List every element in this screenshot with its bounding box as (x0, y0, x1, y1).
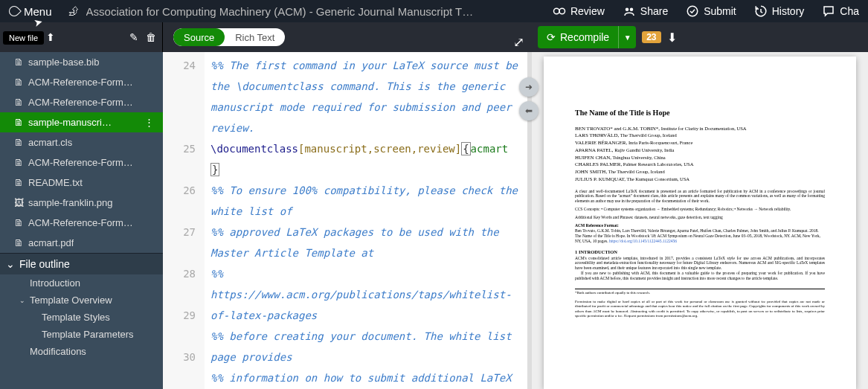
rich-text-tab[interactable]: Rich Text (225, 28, 285, 46)
file-name: ACM-Reference-Form… (28, 157, 133, 168)
share-button[interactable]: Share (614, 0, 677, 22)
file-icon: 🖼 (13, 197, 24, 208)
outline-label: Modifications (30, 346, 86, 357)
line-number: 27 (163, 222, 196, 263)
file-menu-icon[interactable]: ⋮ (141, 117, 157, 128)
code-editor[interactable]: 24252627282930 %% The first command in y… (163, 52, 527, 389)
review-label: Review (570, 5, 605, 17)
upload-icon[interactable]: ⬆ (46, 31, 55, 43)
share-label: Share (640, 5, 668, 17)
recompile-dropdown[interactable]: ▼ (618, 26, 636, 48)
outline-item[interactable]: Template Parameters (0, 326, 163, 343)
chat-icon (822, 4, 835, 18)
pdf-section: 1 INTRODUCTION ACM's consolidated articl… (575, 249, 825, 281)
line-gutter: 24252627282930 (163, 52, 205, 389)
file-icon: 🗎 (13, 97, 24, 108)
outline-header[interactable]: ⌄ File outline (0, 253, 163, 274)
pdf-author: HUIFEN CHAN, Tsinghua University, China (575, 155, 825, 161)
outline-label: Template Parameters (42, 329, 134, 340)
code-line[interactable]: %% approved LaTeX packages to be used wi… (210, 222, 521, 263)
outline-item[interactable]: Modifications (0, 343, 163, 360)
sync-right-icon[interactable]: ➜ (519, 77, 539, 97)
svg-point-1 (559, 8, 565, 14)
code-line[interactable]: %% The first command in your LaTeX sourc… (210, 55, 521, 138)
source-tab[interactable]: Source (173, 28, 225, 46)
file-name: sample-base.bib (28, 57, 99, 68)
file-name: sample-franklin.png (28, 197, 112, 208)
delete-icon[interactable]: 🗑 (146, 31, 156, 43)
file-item[interactable]: 🗎sample-base.bib (0, 52, 163, 72)
outline-label: Introduction (30, 277, 80, 289)
file-name: ACM-Reference-Form… (28, 77, 133, 88)
chevron-icon: ⌄ (19, 297, 27, 304)
line-number: 25 (163, 138, 196, 180)
submit-label: Submit (704, 5, 736, 17)
file-outline: Introduction⌄Template OverviewTemplate S… (0, 274, 163, 360)
error-badge[interactable]: 23 (642, 31, 660, 43)
pdf-author: BEN TROVATO* and G.K.M. TOBIN*, Institut… (575, 126, 825, 132)
chat-button[interactable]: Cha (813, 0, 868, 22)
history-button[interactable]: History (745, 0, 814, 22)
file-item[interactable]: 🗎README.txt (0, 173, 163, 193)
file-icon: 🗎 (13, 117, 24, 128)
code-line[interactable]: %% information on how to submit addition… (210, 367, 521, 389)
svg-point-0 (553, 8, 559, 14)
history-label: History (772, 5, 805, 17)
pdf-preview[interactable]: The Name of the Title is Hope BEN TROVAT… (532, 52, 868, 389)
file-icon: 🗎 (13, 217, 24, 228)
home-icon[interactable]: ⮵ (68, 5, 79, 17)
file-item[interactable]: 🗎ACM-Reference-Form… (0, 152, 163, 173)
history-icon (754, 4, 768, 18)
file-name: ACM-Reference-Form… (28, 217, 133, 228)
pdf-title: The Name of the Title is Hope (575, 109, 825, 118)
chevron-down-icon: ⌄ (6, 258, 15, 270)
recompile-button[interactable]: ⟳ Recompile ▼ (538, 26, 636, 48)
review-button[interactable]: Review (544, 0, 614, 22)
sync-left-icon[interactable]: ⬅ (519, 101, 539, 120)
download-icon[interactable]: ⬇ (667, 30, 677, 45)
recompile-label: Recompile (560, 31, 609, 43)
chat-label: Cha (840, 5, 859, 17)
rename-icon[interactable]: ✎ (129, 31, 138, 43)
file-item[interactable]: 🗎ACM-Reference-Form… (0, 213, 163, 233)
code-line[interactable]: \documentclass[manuscript,screen,review]… (210, 138, 521, 180)
line-number: 30 (163, 347, 196, 388)
line-number: 29 (163, 305, 196, 347)
svg-point-4 (687, 6, 698, 16)
file-item[interactable]: 🗎acmart.cls (0, 132, 163, 152)
pdf-author: LARS THØRVÄLD, The Thørväld Group, Icela… (575, 132, 825, 139)
file-item[interactable]: 🗎acmart.pdf (0, 233, 163, 253)
code-area[interactable]: %% The first command in your LaTeX sourc… (205, 52, 527, 389)
outline-label: File outline (19, 258, 70, 270)
project-title[interactable]: Association for Computing Machinery (ACM… (86, 5, 474, 18)
file-name: ACM-Reference-Form… (28, 97, 133, 108)
line-number: 28 (163, 263, 196, 305)
code-line[interactable]: %% before creating your document. The wh… (210, 326, 521, 367)
file-item[interactable]: 🗎ACM-Reference-Form… (0, 92, 163, 112)
pdf-abstract: A clear and well-documented LaTeX docume… (575, 189, 825, 205)
submit-button[interactable]: Submit (677, 0, 745, 22)
code-line[interactable]: %% https://www.acm.org/publications/taps… (210, 263, 521, 326)
pdf-page: The Name of the Title is Hope BEN TROVAT… (544, 57, 856, 389)
code-line[interactable]: %% To ensure 100% compatibility, please … (210, 180, 521, 222)
menu-button[interactable]: Menu (0, 0, 61, 22)
file-item[interactable]: 🖼sample-franklin.png (0, 193, 163, 213)
file-item[interactable]: 🗎ACM-Reference-Form… (0, 72, 163, 92)
expand-icon[interactable]: ⤢ (513, 34, 524, 51)
line-number: 24 (163, 55, 196, 138)
pane-divider[interactable]: ➜ ⬅ (527, 52, 532, 389)
file-icon: 🗎 (13, 177, 24, 188)
outline-item[interactable]: Template Styles (0, 309, 163, 326)
editor-mode-toggle: Source Rich Text (173, 28, 285, 46)
file-icon: 🗎 (13, 137, 24, 148)
file-icon: 🗎 (13, 77, 24, 88)
outline-item[interactable]: Introduction (0, 274, 163, 292)
outline-item[interactable]: ⌄Template Overview (0, 292, 163, 309)
file-tree: 🗎sample-base.bib🗎ACM-Reference-Form…🗎ACM… (0, 52, 163, 253)
pdf-permission: Permission to make digital or hard copie… (575, 298, 825, 318)
pdf-keywords: Additional Key Words and Phrases: datase… (575, 215, 825, 220)
leaf-icon (7, 4, 22, 19)
recompile-icon: ⟳ (547, 31, 556, 43)
file-item[interactable]: 🗎sample-manuscri…⋮ (0, 112, 163, 132)
svg-point-2 (626, 8, 629, 12)
